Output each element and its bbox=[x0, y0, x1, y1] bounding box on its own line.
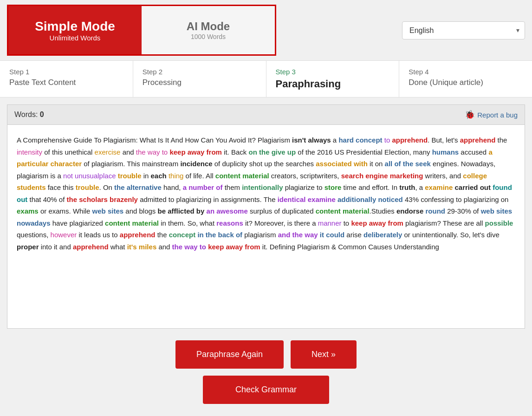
words-bar: Words: 0 🐞 Report a bug bbox=[7, 104, 525, 124]
check-grammar-button[interactable]: Check Grammar bbox=[203, 376, 329, 404]
step-3-label: Paraphrasing bbox=[276, 78, 390, 90]
bug-icon: 🐞 bbox=[465, 110, 475, 120]
paraphrased-text-box: A Comprehensive Guide To Plagiarism: Wha… bbox=[7, 124, 525, 329]
action-buttons-row: Paraphrase Again Next » bbox=[7, 340, 525, 369]
step-2-number: Step 2 bbox=[143, 68, 257, 76]
report-bug-label: Report a bug bbox=[477, 111, 518, 119]
language-select[interactable]: English bbox=[402, 21, 525, 39]
content-area: Words: 0 🐞 Report a bug A Comprehensive … bbox=[0, 98, 532, 411]
step-3-number: Step 3 bbox=[276, 68, 390, 76]
ai-mode-button[interactable]: AI Mode 1000 Words bbox=[142, 6, 275, 54]
steps-bar: Step 1 Paste Text Content Step 2 Process… bbox=[0, 60, 532, 98]
step-2-label: Processing bbox=[143, 78, 257, 87]
report-bug-link[interactable]: 🐞 Report a bug bbox=[465, 110, 518, 120]
step-1-number: Step 1 bbox=[9, 68, 123, 76]
ai-mode-title: AI Mode bbox=[187, 20, 230, 33]
step-1: Step 1 Paste Text Content bbox=[0, 61, 133, 97]
grammar-button-row: Check Grammar bbox=[7, 376, 525, 404]
step-4-number: Step 4 bbox=[409, 68, 523, 76]
language-selector-wrap: English ▾ bbox=[402, 21, 525, 39]
step-1-label: Paste Text Content bbox=[9, 78, 123, 87]
paraphrase-again-button[interactable]: Paraphrase Again bbox=[175, 340, 284, 369]
simple-mode-title: Simple Mode bbox=[35, 19, 115, 34]
step-2: Step 2 Processing bbox=[133, 61, 266, 97]
words-count: 0 bbox=[40, 110, 44, 118]
mode-bar: Simple Mode Unlimited Words AI Mode 1000… bbox=[7, 5, 276, 56]
simple-mode-button[interactable]: Simple Mode Unlimited Words bbox=[8, 6, 142, 54]
ai-mode-subtitle: 1000 Words bbox=[191, 33, 226, 40]
next-button[interactable]: Next » bbox=[291, 340, 357, 369]
step-3: Step 3 Paraphrasing bbox=[266, 61, 400, 97]
words-count-label: Words: 0 bbox=[14, 110, 44, 119]
step-4: Step 4 Done (Unique article) bbox=[399, 61, 532, 97]
step-4-label: Done (Unique article) bbox=[409, 78, 523, 87]
simple-mode-subtitle: Unlimited Words bbox=[50, 34, 101, 42]
